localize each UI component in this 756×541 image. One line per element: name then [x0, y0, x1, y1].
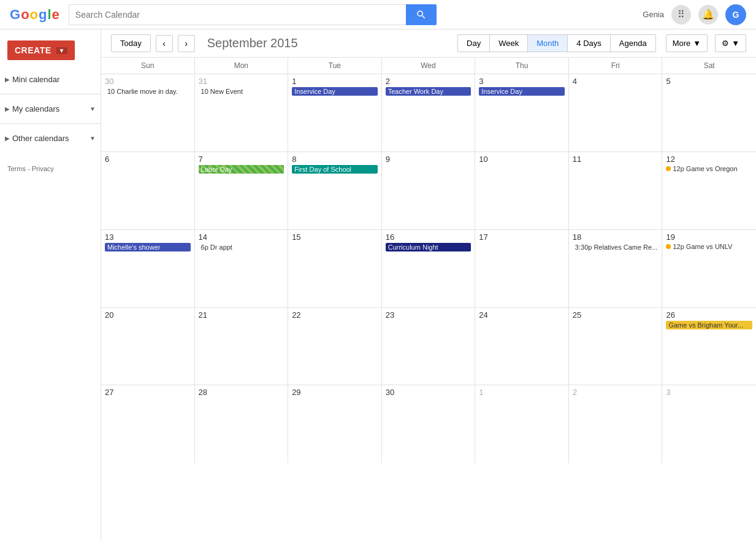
- event-game-oregon[interactable]: 12p Game vs Oregon: [666, 165, 752, 172]
- day-num[interactable]: 30: [105, 77, 191, 86]
- cell-oct3[interactable]: 3: [662, 385, 756, 463]
- day-num[interactable]: 7: [199, 155, 284, 164]
- create-button[interactable]: CREATE ▼: [7, 40, 75, 60]
- day-num[interactable]: 2: [386, 77, 472, 86]
- cell-sep10[interactable]: 10: [475, 152, 569, 229]
- cell-sep20[interactable]: 20: [101, 308, 195, 385]
- cell-aug31[interactable]: 31 10 New Event: [195, 74, 289, 152]
- cell-sep2[interactable]: 2 Teacher Work Day: [382, 74, 476, 152]
- cell-sep8[interactable]: 8 First Day of School: [288, 152, 382, 229]
- cell-sep28[interactable]: 28: [195, 385, 289, 463]
- event-charlie[interactable]: 10 Charlie move in day.: [105, 87, 191, 96]
- cell-sep27[interactable]: 27: [101, 385, 195, 463]
- day-num[interactable]: 17: [479, 232, 565, 242]
- event-first-day[interactable]: First Day of School: [292, 165, 378, 174]
- day-num[interactable]: 20: [105, 310, 191, 320]
- event-inservice-2[interactable]: Inservice Day: [479, 87, 565, 96]
- sidebar-item-my-calendars[interactable]: ▶ My calendars ▼: [0, 102, 101, 116]
- cell-oct1[interactable]: 1: [475, 385, 569, 463]
- event-michelle[interactable]: Michelle's shower: [105, 243, 191, 251]
- create-caret[interactable]: ▼: [56, 47, 67, 54]
- day-num[interactable]: 11: [573, 155, 659, 164]
- next-button[interactable]: ›: [178, 35, 195, 52]
- cell-sep6[interactable]: 6: [101, 152, 195, 229]
- apps-icon[interactable]: ⠿: [671, 5, 691, 25]
- cell-sep4[interactable]: 4: [569, 74, 663, 152]
- event-curriculum[interactable]: Curriculum Night: [386, 243, 472, 251]
- cell-sep12[interactable]: 12 12p Game vs Oregon: [662, 152, 756, 229]
- cell-sep24[interactable]: 24: [475, 308, 569, 385]
- cell-sep30[interactable]: 30: [382, 385, 476, 463]
- cell-sep17[interactable]: 17: [475, 230, 569, 307]
- event-game-unlv[interactable]: 12p Game vs UNLV: [666, 243, 752, 250]
- cell-sep1[interactable]: 1 Inservice Day: [288, 74, 382, 152]
- prev-button[interactable]: ‹: [156, 35, 173, 52]
- cell-sep21[interactable]: 21: [195, 308, 289, 385]
- day-num[interactable]: 2: [573, 388, 659, 397]
- cell-sep16[interactable]: 16 Curriculum Night: [382, 230, 476, 307]
- day-num[interactable]: 25: [573, 310, 659, 320]
- cell-oct2[interactable]: 2: [569, 385, 663, 463]
- day-num[interactable]: 1: [292, 77, 378, 86]
- day-num[interactable]: 1: [479, 388, 565, 397]
- day-num[interactable]: 21: [199, 310, 284, 320]
- cell-sep9[interactable]: 9: [382, 152, 476, 229]
- cell-sep14[interactable]: 14 6p Dr appt: [195, 230, 289, 307]
- day-num[interactable]: 26: [666, 310, 752, 320]
- day-num[interactable]: 29: [292, 388, 378, 397]
- view-day-button[interactable]: Day: [457, 34, 489, 52]
- event-relatives[interactable]: 3:30p Relatives Came Re...: [573, 243, 659, 251]
- day-num[interactable]: 3: [666, 388, 752, 397]
- event-teacher-work[interactable]: Teacher Work Day: [386, 87, 472, 96]
- cell-sep5[interactable]: 5: [662, 74, 756, 152]
- event-labor-day[interactable]: Labor Day: [199, 165, 284, 174]
- google-logo[interactable]: Google: [10, 7, 59, 23]
- cell-sep23[interactable]: 23: [382, 308, 476, 385]
- cell-sep19[interactable]: 19 12p Game vs UNLV: [662, 230, 756, 307]
- cell-sep11[interactable]: 11: [569, 152, 663, 229]
- today-button[interactable]: Today: [111, 34, 151, 52]
- event-game-brigham[interactable]: Game vs Brigham Your...: [666, 321, 752, 329]
- event-inservice-1[interactable]: Inservice Day: [292, 87, 378, 96]
- day-num[interactable]: 4: [573, 77, 659, 86]
- cell-sep18[interactable]: 18 3:30p Relatives Came Re...: [569, 230, 663, 307]
- day-num[interactable]: 16: [386, 232, 472, 242]
- notifications-icon[interactable]: 🔔: [698, 5, 718, 25]
- day-num[interactable]: 24: [479, 310, 565, 320]
- more-button[interactable]: More ▼: [666, 34, 708, 52]
- day-num[interactable]: 3: [479, 77, 565, 86]
- search-input[interactable]: [69, 4, 406, 25]
- cell-aug30[interactable]: 30 10 Charlie move in day.: [101, 74, 195, 152]
- cell-sep3[interactable]: 3 Inservice Day: [475, 74, 569, 152]
- day-num[interactable]: 23: [386, 310, 472, 320]
- day-num[interactable]: 10: [479, 155, 565, 164]
- cell-sep25[interactable]: 25: [569, 308, 663, 385]
- day-num[interactable]: 12: [666, 155, 752, 164]
- cell-sep22[interactable]: 22: [288, 308, 382, 385]
- day-num[interactable]: 8: [292, 155, 378, 164]
- sidebar-item-other-calendars[interactable]: ▶ Other calendars ▼: [0, 131, 101, 145]
- day-num[interactable]: 9: [386, 155, 472, 164]
- cell-sep29[interactable]: 29: [288, 385, 382, 463]
- day-num[interactable]: 28: [199, 388, 284, 397]
- cell-sep15[interactable]: 15: [288, 230, 382, 307]
- sidebar-item-mini-calendar[interactable]: ▶ Mini calendar: [0, 72, 101, 86]
- event-new-event[interactable]: 10 New Event: [199, 87, 284, 96]
- settings-button[interactable]: ⚙ ▼: [715, 34, 746, 52]
- day-num[interactable]: 22: [292, 310, 378, 320]
- avatar[interactable]: G: [725, 4, 746, 25]
- terms-link[interactable]: Terms: [7, 165, 26, 172]
- cell-sep7[interactable]: 7 Labor Day: [195, 152, 289, 229]
- day-num[interactable]: 31: [199, 77, 284, 86]
- day-num[interactable]: 6: [105, 155, 191, 164]
- day-num[interactable]: 27: [105, 388, 191, 397]
- privacy-link[interactable]: Privacy: [32, 165, 54, 172]
- day-num[interactable]: 18: [573, 232, 659, 242]
- day-num[interactable]: 5: [666, 77, 752, 86]
- view-agenda-button[interactable]: Agenda: [610, 34, 656, 52]
- cell-sep26[interactable]: 26 Game vs Brigham Your...: [662, 308, 756, 385]
- day-num[interactable]: 19: [666, 232, 752, 242]
- day-num[interactable]: 13: [105, 232, 191, 242]
- view-4days-button[interactable]: 4 Days: [567, 34, 609, 52]
- view-month-button[interactable]: Month: [527, 34, 567, 52]
